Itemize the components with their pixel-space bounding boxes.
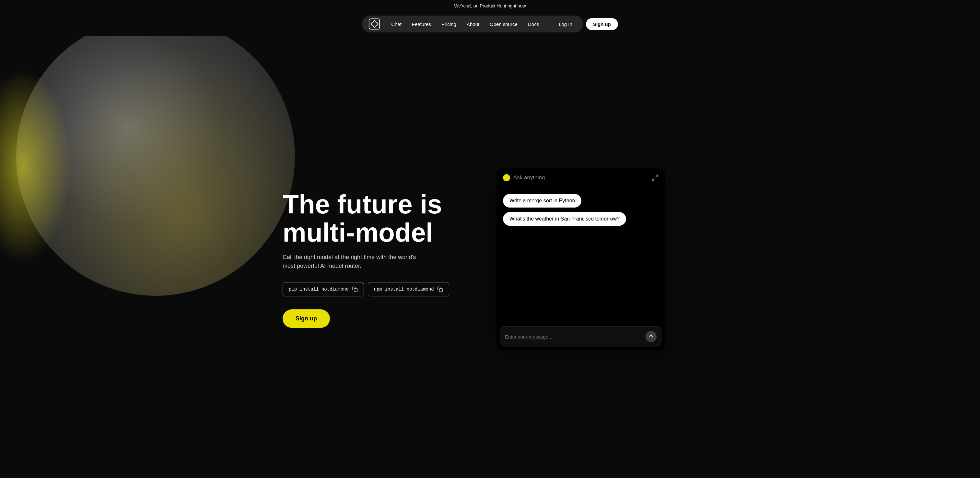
- copy-icon-npm: [437, 286, 443, 292]
- chat-input[interactable]: [505, 334, 642, 339]
- nav-link-chat[interactable]: Chat: [387, 19, 406, 29]
- nav-inner: Chat Features Pricing About Open source …: [362, 16, 583, 32]
- pip-install-text: pip install notdiamond: [289, 287, 349, 292]
- logo[interactable]: [369, 18, 380, 30]
- nav-link-features[interactable]: Features: [407, 19, 436, 29]
- hero-title-line1: The future is: [283, 190, 442, 219]
- nav-link-about[interactable]: About: [462, 19, 484, 29]
- expand-icon[interactable]: [651, 174, 659, 181]
- hero-title: The future is multi-model: [283, 190, 477, 246]
- hero-subtitle: Call the right model at the right time w…: [283, 253, 425, 271]
- svg-line-4: [655, 175, 657, 177]
- signup-button-hero[interactable]: Sign up: [283, 309, 330, 328]
- npm-install-text: npm install notdiamond: [374, 287, 434, 292]
- nav-link-docs[interactable]: Docs: [523, 19, 544, 29]
- nav-divider: [549, 21, 549, 27]
- chat-ask-text: Ask anything...: [513, 174, 550, 181]
- signup-button-nav[interactable]: Sign up: [586, 18, 618, 30]
- banner-text: We're #1 on Product Hunt right now: [454, 3, 526, 8]
- svg-line-5: [652, 178, 654, 180]
- chat-send-button[interactable]: [646, 331, 657, 342]
- svg-marker-1: [371, 21, 378, 27]
- nav-link-pricing[interactable]: Pricing: [437, 19, 461, 29]
- copy-icon-pip: [352, 286, 358, 292]
- code-buttons: pip install notdiamond npm install notdi…: [283, 282, 477, 296]
- svg-rect-2: [354, 288, 358, 292]
- chat-yellow-dot: [503, 174, 510, 181]
- svg-rect-3: [439, 288, 442, 292]
- chat-input-area: [500, 326, 662, 347]
- yellow-glow: [0, 69, 71, 263]
- hero-left: The future is multi-model Call the right…: [283, 190, 477, 328]
- navbar: Chat Features Pricing About Open source …: [0, 12, 980, 36]
- hero-content: The future is multi-model Call the right…: [263, 168, 717, 350]
- top-banner[interactable]: We're #1 on Product Hunt right now: [0, 0, 980, 12]
- send-icon: [649, 334, 654, 339]
- nav-links: Chat Features Pricing About Open source …: [387, 19, 544, 29]
- npm-install-button[interactable]: npm install notdiamond: [368, 282, 449, 296]
- chat-suggestion-1[interactable]: Write a merge sort in Python: [503, 194, 581, 207]
- chat-header-left: Ask anything...: [503, 174, 550, 181]
- chat-suggestion-2[interactable]: What's the weather in San Francisco tomo…: [503, 212, 626, 226]
- hero-section: The future is multi-model Call the right…: [0, 36, 980, 478]
- login-link[interactable]: Log In: [554, 19, 577, 29]
- chat-header: Ask anything...: [496, 168, 665, 188]
- hero-title-line2: multi-model: [283, 218, 433, 247]
- chat-widget: Ask anything... Write a merge sort in Py…: [496, 168, 665, 350]
- chat-messages: Write a merge sort in Python What's the …: [496, 188, 665, 323]
- pip-install-button[interactable]: pip install notdiamond: [283, 282, 364, 296]
- nav-link-opensource[interactable]: Open source: [485, 19, 522, 29]
